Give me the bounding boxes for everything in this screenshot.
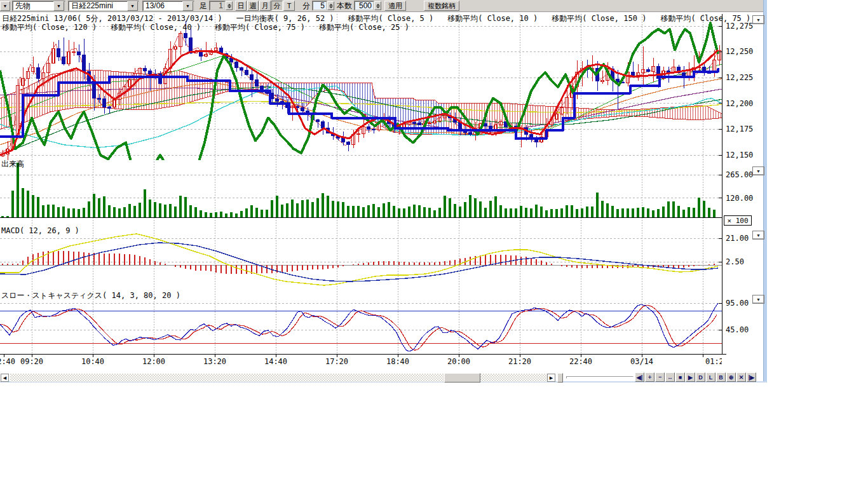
- scrollbar-thumb[interactable]: [444, 373, 480, 383]
- legend-ma150: 移動平均( Close, 150 ): [552, 13, 646, 24]
- price-tick: 12,250: [726, 47, 761, 57]
- volume-panel-label: 出来高: [1, 159, 24, 170]
- price-axis-menu-button[interactable]: ▼: [752, 15, 764, 24]
- legend-row-2: 移動平均( Close, 120 ) 移動平均( Close, 40 ) 移動平…: [2, 22, 409, 33]
- stop-button[interactable]: ■: [675, 372, 685, 382]
- desktop: ▼ 先物 ▼ 日経225mini ▼ 13/06 ▼ 足 1 日 週 月 分 T…: [0, 0, 868, 488]
- macd-panel-label: MACD( 12, 26, 9 ): [1, 226, 79, 235]
- time-label: 03/14: [627, 357, 657, 366]
- price-tick: 12,150: [726, 151, 761, 160]
- legend-ma10: 移動平均( Close, 10 ): [447, 13, 538, 24]
- time-label: 17:20: [322, 357, 352, 366]
- time-label: 14:40: [261, 357, 291, 366]
- price-tick: 12,175: [726, 125, 761, 134]
- time-label: 13:20: [200, 357, 230, 366]
- time-label: 18:40: [383, 357, 413, 366]
- time-label: 10:40: [78, 357, 108, 366]
- price-tick: 12,200: [726, 99, 761, 109]
- mode-d-button[interactable]: D: [696, 372, 705, 382]
- zoom-out-button[interactable]: －: [655, 372, 665, 382]
- time-label: 22:40: [566, 357, 596, 366]
- fit-width-button[interactable]: ↔: [665, 372, 675, 382]
- price-panel: [0, 21, 722, 184]
- chart-nav-buttons: ◀| ＋ － ↔ ■ ▶ D L B ⊕ ✕ |▶: [635, 372, 756, 382]
- time-label: 12:00: [139, 357, 169, 366]
- jump-end-button[interactable]: |▶: [747, 372, 756, 382]
- axes: [0, 14, 726, 357]
- volume-axis-menu-button[interactable]: ▼: [752, 166, 764, 175]
- play-button[interactable]: ▶: [686, 372, 695, 382]
- time-label: 21:20: [505, 357, 535, 366]
- price-tick: 12,225: [726, 73, 761, 83]
- volume-panel: [1, 163, 715, 217]
- clear-button[interactable]: ✕: [736, 372, 746, 382]
- gridlines: [0, 14, 722, 353]
- macd-axis-menu-button[interactable]: ▼: [752, 231, 764, 240]
- mode-b-button[interactable]: B: [716, 372, 726, 382]
- chart-svg[interactable]: [0, 0, 766, 382]
- stoch-axis-menu-button[interactable]: ▼: [752, 295, 764, 304]
- chart-application-window: ▼ 先物 ▼ 日経225mini ▼ 13/06 ▼ 足 1 日 週 月 分 T…: [0, 0, 766, 383]
- volume-tick: 120.00: [726, 194, 761, 203]
- jump-start-button[interactable]: ◀|: [635, 372, 644, 382]
- stoch-tick: 45.00: [726, 325, 761, 335]
- zoom-slider-track[interactable]: [566, 376, 634, 379]
- macd-tick: 2.50: [726, 257, 761, 267]
- time-axis: 02:40 09:20 10:40 12:00 13:20 14:40 17:2…: [0, 357, 722, 366]
- legend-ma25: 移動平均( Close, 25 ): [319, 22, 409, 33]
- scroll-right-button[interactable]: ▶: [547, 374, 555, 382]
- time-label: 09:20: [17, 357, 47, 366]
- legend-ma75b: 移動平均( Close, 75 ): [215, 22, 305, 33]
- scroll-left-button[interactable]: ◀: [1, 374, 9, 382]
- time-label: 20:00: [444, 357, 474, 366]
- scrollbar-track[interactable]: [10, 374, 444, 382]
- scrollbar-track[interactable]: [480, 374, 547, 382]
- time-label: 01:20: [702, 357, 722, 366]
- legend-ma120: 移動平均( Close, 120 ): [2, 22, 97, 33]
- legend-ma40: 移動平均( Close, 40 ): [111, 22, 201, 33]
- stoch-panel: [0, 303, 722, 351]
- zoom-in-button[interactable]: ＋: [645, 372, 654, 382]
- mode-l-button[interactable]: L: [706, 372, 715, 382]
- stoch-panel-label: スロー・ストキャスティクス( 14, 3, 80, 20 ): [1, 290, 180, 301]
- volume-multiplier: × 100: [724, 215, 752, 226]
- crosshair-button[interactable]: ⊕: [726, 372, 736, 382]
- zoom-slider-thumb[interactable]: [557, 373, 563, 383]
- macd-panel: [0, 234, 722, 285]
- chart-canvas[interactable]: [0, 0, 766, 382]
